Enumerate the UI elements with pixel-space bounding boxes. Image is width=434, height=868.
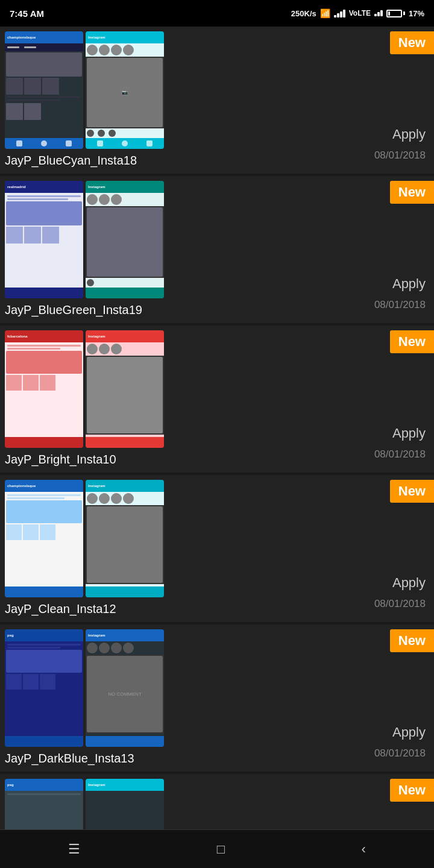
apply-button[interactable]: Apply — [392, 127, 426, 142]
volte-label: VoLTE — [349, 9, 371, 17]
preview-thumb-right: Instagram 📷 — [86, 31, 164, 149]
preview-thumb-left: championslaque — [5, 480, 83, 597]
signal-bars-2 — [374, 10, 383, 16]
preview-thumb-right: Instagram — [86, 330, 164, 448]
battery-percent: 17% — [409, 9, 424, 18]
theme-item: New championslaque — [0, 475, 434, 622]
new-badge: New — [390, 779, 434, 802]
new-badge: New — [390, 31, 434, 54]
signal-bars — [334, 10, 345, 17]
apply-button[interactable]: Apply — [392, 725, 426, 740]
theme-name: JayP_BlueGreen_Insta19 — [0, 298, 434, 317]
home-button[interactable]: □ — [199, 835, 243, 863]
time: 7:45 AM — [10, 8, 44, 19]
preview-thumb-right: Instagram — [86, 480, 164, 597]
status-icons: 250K/s 📶 VoLTE 17% — [291, 8, 424, 18]
theme-previews: realmadrid — [0, 176, 434, 298]
new-badge: New — [390, 181, 434, 204]
theme-date: 08/01/2018 — [374, 149, 426, 162]
status-bar: 7:45 AM 250K/s 📶 VoLTE 17% — [0, 0, 434, 27]
theme-name: JayP_Clean_Insta12 — [0, 597, 434, 616]
theme-date: 08/01/2018 — [374, 448, 426, 461]
bottom-nav: ☰ □ ‹ — [0, 829, 434, 868]
menu-button[interactable]: ☰ — [50, 835, 98, 863]
theme-previews: championslaque — [0, 475, 434, 597]
theme-date: 08/01/2018 — [374, 598, 426, 610]
apply-button[interactable]: Apply — [392, 426, 426, 441]
theme-previews: fcbarcelona — [0, 326, 434, 448]
apply-button[interactable]: Apply — [392, 575, 426, 591]
preview-thumb-right: Instagram — [86, 181, 164, 298]
apply-button[interactable]: Apply — [392, 276, 426, 292]
new-badge: New — [390, 480, 434, 503]
theme-date: 08/01/2018 — [374, 747, 426, 760]
theme-date: 08/01/2018 — [374, 299, 426, 311]
new-badge: New — [390, 629, 434, 652]
preview-thumb-left: championslaque — [5, 31, 83, 149]
wifi-icon: 📶 — [320, 8, 330, 18]
battery-icon — [386, 10, 405, 17]
theme-item: New realmadrid — [0, 176, 434, 323]
theme-list: New championslaque — [0, 27, 434, 846]
theme-previews: psg — [0, 624, 434, 747]
preview-thumb-left: fcbarcelona — [5, 330, 83, 448]
network-speed: 250K/s — [291, 9, 316, 18]
preview-thumb-left: psg — [5, 629, 83, 747]
theme-name: JayP_BlueCyan_Insta18 — [0, 149, 434, 168]
theme-item: New fcbarcelona — [0, 326, 434, 473]
theme-item: New psg — [0, 624, 434, 772]
back-button[interactable]: ‹ — [343, 835, 383, 863]
theme-previews: championslaque — [0, 27, 434, 149]
theme-item: New championslaque — [0, 27, 434, 174]
theme-name: JayP_Bright_Insta10 — [0, 448, 434, 467]
preview-thumb-left: realmadrid — [5, 181, 83, 298]
preview-thumb-right: Instagram NO COMMENT — [86, 629, 164, 747]
theme-name: JayP_DarkBlue_Insta13 — [0, 747, 434, 766]
new-badge: New — [390, 330, 434, 353]
